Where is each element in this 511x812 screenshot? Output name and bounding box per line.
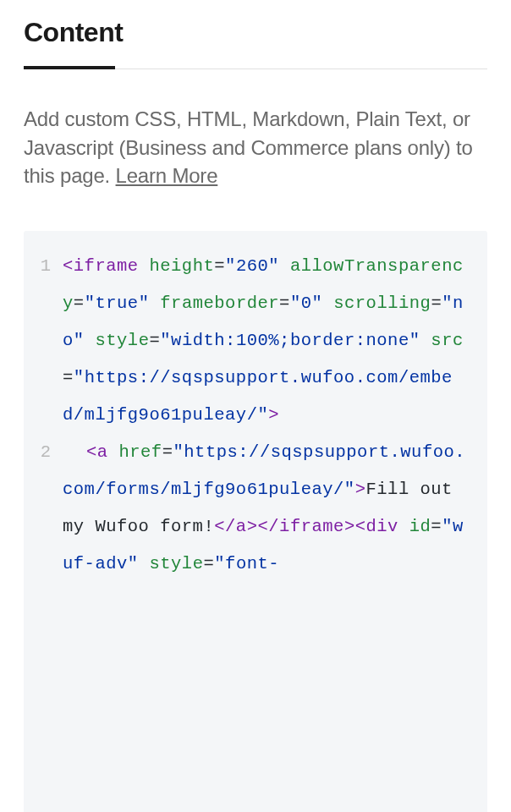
page-title: Content [24, 17, 487, 69]
line-number: 1 [37, 248, 63, 285]
learn-more-link[interactable]: Learn More [116, 164, 218, 187]
code-line-content: <iframe height="260" allowTransparency="… [63, 248, 474, 434]
description-text: Add custom CSS, HTML, Markdown, Plain Te… [24, 107, 473, 187]
active-tab-indicator [24, 66, 115, 69]
content-description: Add custom CSS, HTML, Markdown, Plain Te… [24, 105, 487, 190]
line-number: 2 [37, 434, 63, 471]
code-line-content: <a href="https://sqspsupport.wufoo.com/f… [63, 434, 474, 583]
code-editor[interactable]: 1 <iframe height="260" allowTransparency… [24, 231, 487, 812]
